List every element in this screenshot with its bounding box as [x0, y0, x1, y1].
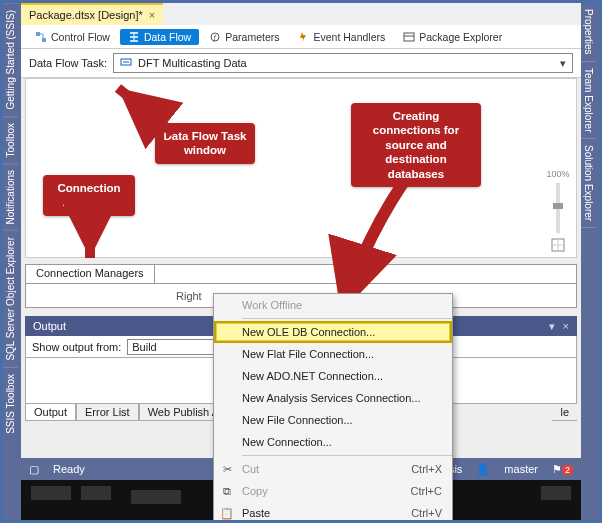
rail-notifications[interactable]: Notifications [3, 163, 18, 230]
rail-solution-explorer[interactable]: Solution Explorer [581, 139, 596, 228]
copy-icon: ⧉ [220, 485, 234, 498]
callout-creating-connections: Creating connections for source and dest… [351, 103, 481, 187]
menu-new-flat-file-connection[interactable]: New Flat File Connection... [214, 343, 452, 365]
left-tool-rail: Getting Started (SSIS) Toolbox Notificat… [3, 3, 21, 520]
status-user[interactable]: master [504, 463, 538, 475]
paste-icon: 📋 [220, 507, 234, 520]
output-dropdown-icon[interactable]: ▾ [549, 320, 555, 333]
output-tools: ▾ × [549, 320, 569, 333]
cut-icon: ✂ [220, 463, 234, 476]
status-ready: Ready [53, 463, 85, 475]
zoom-control[interactable]: 100% [546, 169, 570, 255]
svg-rect-0 [36, 32, 40, 36]
menu-new-oledb-connection[interactable]: New OLE DB Connection... [214, 321, 452, 343]
svg-rect-4 [404, 33, 414, 41]
context-menu: Work Offline New OLE DB Connection... Ne… [213, 293, 453, 523]
flag-icon[interactable]: ⚑2 [552, 463, 573, 476]
tab-data-flow[interactable]: Data Flow [120, 29, 199, 45]
menu-new-analysis-services-connection[interactable]: New Analysis Services Connection... [214, 387, 452, 409]
right-tool-rail: Properties Team Explorer Solution Explor… [581, 3, 599, 520]
rail-properties[interactable]: Properties [581, 3, 596, 62]
tab-error-list[interactable]: Error List [76, 404, 139, 421]
tab-package-explorer[interactable]: Package Explorer [395, 29, 510, 45]
status-box-icon: ▢ [29, 463, 39, 476]
data-flow-task-value: DFT Multicasting Data [138, 57, 247, 69]
connection-managers-hint: Right [176, 290, 202, 302]
event-handlers-icon [297, 31, 309, 43]
tab-parameters[interactable]: ƒ Parameters [201, 29, 287, 45]
menu-separator [242, 455, 452, 456]
menu-paste[interactable]: 📋PasteCtrl+V [214, 502, 452, 523]
rail-sql-object-explorer[interactable]: SQL Server Object Explorer [3, 230, 18, 367]
rail-toolbox[interactable]: Toolbox [3, 116, 18, 163]
svg-text:ƒ: ƒ [213, 34, 217, 42]
user-icon: 👤 [476, 463, 490, 476]
menu-separator [242, 318, 452, 319]
document-tab-package[interactable]: Package.dtsx [Design]* × [21, 3, 163, 25]
zoom-slider[interactable] [556, 183, 560, 233]
tab-event-handlers[interactable]: Event Handlers [289, 29, 393, 45]
close-icon[interactable]: × [149, 9, 155, 21]
tab-control-flow-label: Control Flow [51, 31, 110, 43]
close-icon[interactable]: × [563, 320, 569, 333]
tab-output[interactable]: Output [25, 404, 76, 421]
rail-ssis-toolbox[interactable]: SSIS Toolbox [3, 367, 18, 440]
output-source-value: Build [132, 341, 156, 353]
data-flow-icon [128, 31, 140, 43]
data-flow-task-select[interactable]: DFT Multicasting Data [113, 53, 573, 73]
menu-work-offline[interactable]: Work Offline [214, 294, 452, 316]
package-explorer-icon [403, 31, 415, 43]
output-show-label: Show output from: [32, 341, 121, 353]
tab-control-flow[interactable]: Control Flow [27, 29, 118, 45]
rail-team-explorer[interactable]: Team Explorer [581, 62, 596, 139]
tab-package-explorer-label: Package Explorer [419, 31, 502, 43]
arrow-to-conn-mgr [75, 213, 105, 270]
menu-copy[interactable]: ⧉CopyCtrl+C [214, 480, 452, 502]
designer-subtabs: Control Flow Data Flow ƒ Parameters Even… [21, 25, 581, 49]
rail-getting-started[interactable]: Getting Started (SSIS) [3, 3, 18, 116]
arrow-to-dft [103, 83, 193, 145]
data-flow-task-row: Data Flow Task: DFT Multicasting Data [21, 49, 581, 78]
zoom-percent: 100% [546, 169, 570, 179]
document-tab-bar: Package.dtsx [Design]* × [21, 3, 581, 25]
callout-connection-managers: Connection Managers [43, 175, 135, 216]
tab-trailing: le [552, 404, 577, 421]
menu-new-file-connection[interactable]: New File Connection... [214, 409, 452, 431]
control-flow-icon [35, 31, 47, 43]
data-flow-task-label: Data Flow Task: [29, 57, 107, 69]
connection-managers-header: Connection Managers [25, 264, 577, 284]
tab-event-handlers-label: Event Handlers [313, 31, 385, 43]
task-icon [120, 56, 132, 70]
menu-new-ado-net-connection[interactable]: New ADO.NET Connection... [214, 365, 452, 387]
parameters-icon: ƒ [209, 31, 221, 43]
zoom-thumb[interactable] [553, 203, 563, 209]
document-tab-label: Package.dtsx [Design]* [29, 9, 143, 21]
fit-view-icon[interactable] [550, 237, 566, 253]
notification-badge: 2 [562, 465, 573, 475]
menu-new-connection[interactable]: New Connection... [214, 431, 452, 453]
tab-data-flow-label: Data Flow [144, 31, 191, 43]
menu-cut[interactable]: ✂CutCtrl+X [214, 458, 452, 480]
output-title: Output [33, 320, 66, 332]
tab-parameters-label: Parameters [225, 31, 279, 43]
